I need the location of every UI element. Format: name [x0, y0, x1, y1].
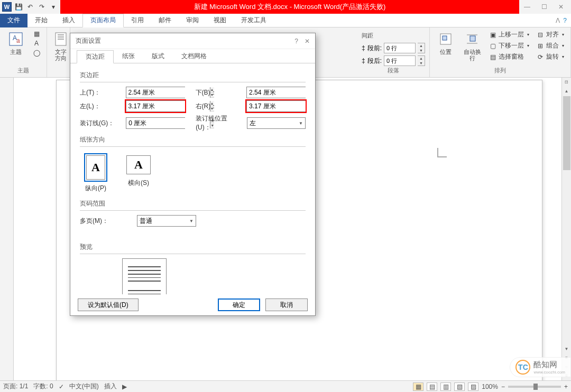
dialog-tab-grid[interactable]: 文档网格	[173, 50, 215, 63]
zoom-slider[interactable]	[508, 386, 561, 388]
group-arrange-label: 排列	[434, 67, 566, 75]
margin-right-label: 右(R)：	[196, 102, 241, 111]
word-count[interactable]: 字数: 0	[33, 382, 53, 391]
dialog-tab-margins[interactable]: 页边距	[77, 50, 114, 63]
margins-section-label: 页边距	[80, 71, 306, 80]
word-app-icon[interactable]: W	[2, 2, 12, 12]
view-print-layout[interactable]: ▦	[413, 382, 423, 391]
tab-insert[interactable]: 插入	[55, 14, 82, 27]
zoom-in-button[interactable]: +	[564, 383, 568, 390]
themes-button[interactable]: Aa 主题	[4, 30, 27, 56]
position-button[interactable]: 位置	[434, 30, 457, 56]
page-indicator[interactable]: 页面: 1/1	[3, 382, 28, 391]
macro-icon[interactable]: ▶	[122, 383, 127, 390]
dialog-title: 页面设置	[76, 36, 101, 45]
ok-button[interactable]: 确定	[218, 298, 260, 311]
language-indicator[interactable]: 中文(中国)	[69, 382, 99, 391]
set-default-button[interactable]: 设为默认值(D)	[78, 298, 139, 311]
effects-icon: ◯	[33, 49, 40, 57]
scrollbar-thumb[interactable]	[563, 96, 570, 170]
scroll-down-icon[interactable]: ▼	[562, 344, 571, 353]
margin-right-input[interactable]: ▲▼	[246, 100, 306, 112]
watermark: TC 酷知网 www.coozhi.com	[510, 357, 571, 377]
orientation-landscape[interactable]: A 横向(S)	[120, 151, 157, 195]
redo-icon[interactable]: ↷	[37, 2, 47, 12]
bring-forward-button[interactable]: ▣上移一层▾	[487, 30, 531, 40]
position-icon	[437, 31, 454, 48]
view-draft[interactable]: ▨	[468, 382, 478, 391]
fonts-icon: A	[33, 40, 40, 47]
space-after-spinner[interactable]: ▲▼	[418, 55, 425, 66]
tab-view[interactable]: 视图	[206, 14, 234, 27]
undo-icon[interactable]: ↶	[25, 2, 35, 12]
theme-effects-button[interactable]: ◯	[31, 49, 42, 57]
selection-pane-button[interactable]: ▤选择窗格	[487, 52, 531, 62]
vertical-ruler[interactable]	[0, 78, 14, 380]
view-fullscreen[interactable]: ▤	[427, 382, 437, 391]
theme-fonts-button[interactable]: A	[31, 39, 42, 48]
ruler-toggle-icon[interactable]: ⊡	[562, 78, 571, 87]
chevron-down-icon: ▼	[189, 219, 194, 223]
quick-access-toolbar: W 💾 ↶ ↷ ▾	[0, 0, 60, 14]
multi-pages-select[interactable]: 普通▼	[137, 215, 196, 227]
help-icon[interactable]: ?	[563, 17, 567, 24]
tab-home[interactable]: 开始	[27, 14, 55, 27]
group-page-setup: 文字方向	[47, 27, 70, 77]
page-setup-dialog: 页面设置 ? ✕ 页边距 纸张 版式 文档网格 页边距 上(T)： ▲▼ 下(B…	[70, 33, 316, 316]
vertical-scrollbar[interactable]: ⊡ ▲ ▼ ≡ ○ ≡	[561, 78, 571, 380]
gutter-pos-select[interactable]: 左▼	[247, 117, 306, 129]
page-corner-marker	[437, 148, 447, 157]
dialog-titlebar[interactable]: 页面设置 ? ✕	[70, 33, 315, 49]
spellcheck-icon[interactable]: ✓	[59, 383, 64, 390]
qat-dropdown-icon[interactable]: ▾	[49, 2, 58, 12]
rotate-button[interactable]: ⟳旋转▾	[535, 52, 566, 62]
wrap-text-button[interactable]: 自动换行	[461, 30, 484, 62]
spacing-label: 间距	[362, 32, 373, 40]
tab-mailings[interactable]: 邮件	[151, 14, 179, 27]
zoom-out-button[interactable]: −	[501, 383, 505, 390]
view-outline[interactable]: ▧	[454, 382, 465, 391]
dialog-tab-layout[interactable]: 版式	[143, 50, 173, 63]
tab-references[interactable]: 引用	[124, 14, 151, 27]
orientation-portrait[interactable]: A 纵向(P)	[80, 151, 112, 195]
gutter-input[interactable]: ▲▼	[126, 117, 185, 129]
group-button[interactable]: ⊞组合▾	[535, 41, 566, 51]
close-button[interactable]: ✕	[553, 2, 569, 12]
space-before-icon: ‡	[362, 44, 365, 52]
theme-colors-button[interactable]: ▦	[31, 30, 42, 38]
send-backward-button[interactable]: ▢下移一层▾	[487, 41, 531, 51]
scroll-up-icon[interactable]: ▲	[562, 87, 571, 96]
minimize-ribbon-icon[interactable]: ᐱ	[556, 17, 560, 24]
tab-page-layout[interactable]: 页面布局	[82, 14, 124, 27]
save-icon[interactable]: 💾	[14, 2, 23, 12]
wrap-text-icon	[464, 31, 481, 48]
margin-left-input[interactable]: ▲▼	[126, 100, 185, 112]
margin-top-input[interactable]: ▲▼	[126, 87, 185, 98]
space-after-label: 段后:	[367, 57, 382, 66]
dialog-close-icon[interactable]: ✕	[305, 38, 310, 45]
space-before-input[interactable]	[384, 43, 416, 53]
colors-icon: ▦	[33, 30, 40, 38]
group-theme: Aa 主题 ▦ A ◯ 主题	[0, 27, 47, 77]
maximize-button[interactable]: ☐	[536, 2, 552, 12]
margin-bottom-input[interactable]: ▲▼	[246, 87, 306, 98]
group-paragraph-label: 段落	[362, 67, 425, 75]
tab-file[interactable]: 文件	[0, 14, 27, 27]
tab-developer[interactable]: 开发工具	[234, 14, 274, 27]
zoom-level[interactable]: 100%	[482, 383, 498, 390]
dialog-help-icon[interactable]: ?	[294, 38, 298, 45]
tab-review[interactable]: 审阅	[179, 14, 206, 27]
insert-mode[interactable]: 插入	[104, 382, 117, 391]
view-web[interactable]: ▥	[440, 382, 451, 391]
align-button[interactable]: ⊟对齐▾	[535, 30, 566, 40]
orientation-section-label: 纸张方向	[80, 135, 306, 144]
space-before-spinner[interactable]: ▲▼	[418, 43, 425, 53]
landscape-icon: A	[126, 155, 151, 174]
zoom-handle[interactable]	[533, 384, 538, 390]
margin-top-label: 上(T)：	[80, 88, 121, 97]
space-after-input[interactable]	[384, 55, 416, 66]
minimize-button[interactable]: —	[519, 2, 535, 12]
text-direction-button[interactable]: 文字方向	[51, 30, 70, 62]
dialog-tab-paper[interactable]: 纸张	[114, 50, 143, 63]
cancel-button[interactable]: 取消	[265, 298, 308, 311]
